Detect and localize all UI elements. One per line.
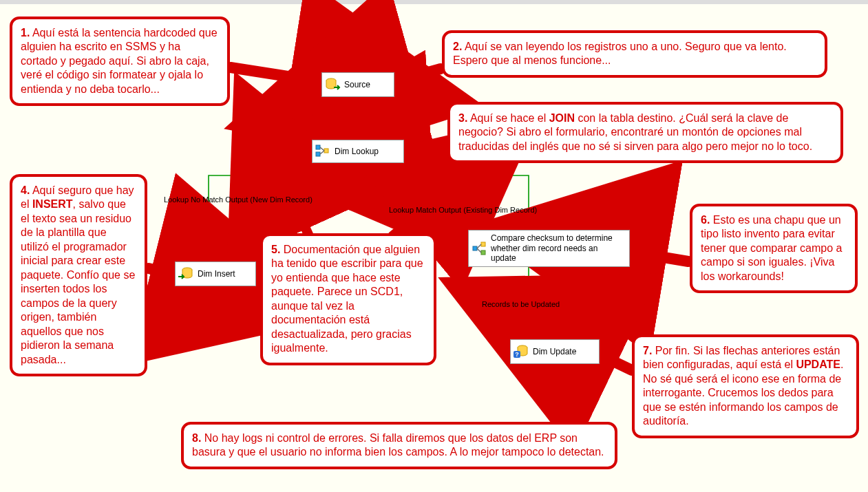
node-insert-label: Dim Insert [198,269,235,279]
callout-3-text: Aquí se hace el JOIN con la tabla destin… [458,112,812,152]
callout-3: 3. Aquí se hace el JOIN con la tabla des… [447,102,843,163]
callout-1-text: Aquí está la sentencia hardcoded que alg… [21,27,218,95]
node-lookup-label: Dim Lookup [335,147,379,156]
flow-label-to-update: Records to be Updated [482,300,560,308]
svg-rect-1 [316,145,320,149]
callout-2-num: 2. [453,41,462,52]
node-update-label: Dim Update [533,347,576,356]
callout-7-text: Por fin. Si las flechas anteriores están… [643,345,843,427]
node-compare-label: Compare checksum to determine whether di… [491,233,625,263]
callout-5-num: 5. [271,244,280,255]
svg-rect-7 [481,250,485,255]
lookup-icon [314,142,332,160]
node-source[interactable]: Source [321,72,394,97]
node-compare[interactable]: Compare checksum to determine whether di… [468,230,630,267]
callout-8: 8. No hay logs ni control de errores. Si… [181,422,617,469]
callout-4-num: 4. [21,184,30,196]
callout-5: 5. Documentación que alguien ha tenido q… [260,233,436,365]
split-icon [470,239,488,257]
callout-2-text: Aquí se van leyendo los registros uno a … [453,41,787,66]
callout-1: 1. Aquí está la sentencia hardcoded que … [10,17,230,106]
svg-rect-2 [316,152,320,156]
node-source-label: Source [344,80,370,89]
flow-label-no-match: Lookup No Match Output (New Dim Record) [164,195,313,204]
node-lookup[interactable]: Dim Lookup [312,140,404,163]
svg-text:?: ? [515,351,519,358]
flow-label-match: Lookup Match Output (Existing Dim Record… [389,206,537,214]
callout-2: 2. Aquí se van leyendo los registros uno… [442,30,827,78]
callout-4-text: Aquí seguro que hay el INSERT, salvo que… [21,184,135,365]
callout-7: 7. Por fin. Si las flechas anteriores es… [632,334,859,438]
diagram-canvas: Source Dim Lookup Dim Insert [0,0,868,492]
callout-5-text: Documentación que alguien ha tenido que … [271,244,423,354]
callout-6-num: 6. [701,214,710,226]
callout-6-text: Esto es una chapu que un tipo listo inve… [701,214,842,282]
db-source-icon [324,76,341,94]
callout-7-num: 7. [643,345,652,356]
svg-rect-5 [473,246,477,250]
callout-1-num: 1. [21,27,30,39]
db-dest-icon [177,265,195,283]
callout-6: 6. Esto es una chapu que un tipo listo i… [690,204,858,293]
svg-rect-6 [481,242,485,246]
callout-3-num: 3. [458,112,467,124]
callout-4: 4. Aquí seguro que hay el INSERT, salvo … [10,174,147,376]
node-update[interactable]: ? Dim Update [510,339,600,364]
db-update-icon: ? [512,343,530,361]
svg-rect-3 [324,149,328,153]
node-insert[interactable]: Dim Insert [175,261,256,286]
callout-8-num: 8. [192,432,201,444]
window-titlebar-hint [0,0,868,4]
callout-8-text: No hay logs ni control de errores. Si fa… [192,432,604,458]
